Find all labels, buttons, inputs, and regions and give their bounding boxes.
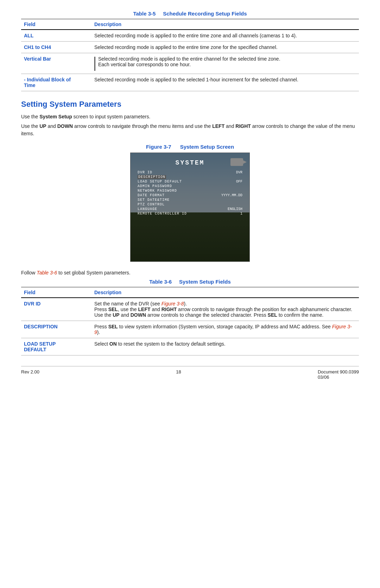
field-description: DESCRIPTION [21, 321, 91, 338]
figure-3-7-name: System Setup Screen [180, 144, 234, 150]
system-setup-bold: System Setup [39, 114, 72, 119]
section-para2: Use the UP and DOWN arrow controls to na… [21, 123, 359, 137]
sel-bold3: SEL [108, 324, 118, 329]
menu-item-description: DESCRIPTION [138, 175, 166, 179]
figure-3-8-ref: Figure 3-8 [162, 301, 184, 307]
table-row: - Individual Block of Time Selected reco… [21, 74, 359, 91]
menu-overlay: SYSTEM DVR ID DVR DESCRIPTION LOAD SETUP… [131, 153, 249, 261]
table-3-6-ref: Table 3-6 [37, 270, 57, 276]
table-3-6-title: Table 3-6 System Setup Fields [21, 279, 359, 285]
table-row: CH1 to CH4 Selected recording mode is ap… [21, 42, 359, 53]
table-row: DESCRIPTION Press SEL to view system inf… [21, 321, 359, 338]
table-row: LOAD SETUPDEFAULT Select ON to reset the… [21, 338, 359, 355]
col2-description-header: Description [91, 287, 359, 298]
col-description-header: Description [91, 19, 359, 30]
table-3-6-number: Table 3-6 [149, 279, 172, 285]
menu-item-remoteid: REMOTE CONTROLLER ID [138, 212, 187, 216]
system-setup-table: Field Description DVR ID Set the name of… [21, 287, 359, 355]
footer-right-line2: 03/06 [318, 375, 329, 380]
section-heading: Setting System Parameters [21, 100, 359, 109]
menu-row-datefmt: DATE FORMAT YYYY.MM.DD [138, 193, 242, 198]
table-3-6-heading: System Setup Fields [179, 279, 231, 285]
up-bold2: UP [113, 312, 119, 318]
figure-3-9-ref: Figure 3-9 [94, 324, 352, 335]
menu-value-remoteid: 1 [240, 212, 242, 216]
schedule-recording-table: Field Description ALL Selected recording… [21, 19, 359, 91]
down-bold: DOWN [57, 123, 73, 129]
footer-left: Rev 2.00 [21, 369, 39, 380]
figure-3-7-container: Figure 3-7 System Setup Screen SYSTEM DV… [21, 144, 359, 263]
menu-row-dvrid: DVR ID DVR [138, 171, 242, 175]
menu-item-setdate: SET DATE&TIME [138, 198, 170, 202]
menu-item-dvrid: DVR ID [138, 171, 152, 174]
up-bold: UP [39, 123, 46, 129]
sel-bold2: SEL [268, 312, 277, 318]
table-3-5-number: Table 3-5 [133, 11, 156, 17]
follow-para: Follow Table 3-6 to set global System pa… [21, 269, 359, 277]
desc-load-setup: Select ON to reset the system to the fac… [91, 338, 359, 355]
on-bold: ON [109, 341, 117, 347]
right-bold2: RIGHT [162, 307, 177, 312]
table-3-6: Table 3-6 System Setup Fields Field Desc… [21, 279, 359, 355]
table-row: Vertical Bar Selected recording mode is … [21, 53, 359, 74]
menu-value-loadsetup: OFF [236, 180, 242, 184]
field-ch1-ch4: CH1 to CH4 [21, 42, 91, 53]
desc-individual-block: Selected recording mode is applied to th… [91, 74, 359, 91]
desc-dvr-id: Set the name of the DVR (see Figure 3-8)… [91, 298, 359, 321]
right-bold: RIGHT [235, 123, 251, 129]
field-all: ALL [21, 30, 91, 42]
table-3-5-title: Table 3-5 Schedule Recording Setup Field… [21, 11, 359, 17]
vbar-line1: Selected recording mode is applied to th… [98, 56, 280, 62]
vertical-bar-desc: Selected recording mode is applied to th… [94, 56, 356, 71]
desc-all: Selected recording mode is applied to th… [91, 30, 359, 42]
footer-right: Document 900.0399 03/06 [318, 369, 359, 380]
menu-item-loadsetup: LOAD SETUP DEFAULT [138, 180, 182, 184]
system-menu-title: SYSTEM [176, 159, 205, 166]
field-individual-block: - Individual Block of Time [21, 74, 91, 91]
menu-row-remoteid: REMOTE CONTROLLER ID 1 [138, 212, 242, 216]
field-load-setup: LOAD SETUPDEFAULT [21, 338, 91, 355]
menu-value-dvrid: DVR [236, 171, 242, 175]
menu-row-loadsetup: LOAD SETUP DEFAULT OFF [138, 180, 242, 184]
table-3-5: Table 3-5 Schedule Recording Setup Field… [21, 11, 359, 91]
field-dvr-id: DVR ID [21, 298, 91, 321]
menu-item-adminpwd: ADMIN PASSWORD [138, 184, 172, 188]
menu-item-netpwd: NETWORK PASSWORD [138, 189, 177, 193]
desc-ch1-ch4: Selected recording mode is applied to th… [91, 42, 359, 53]
desc-vertical-bar: Selected recording mode is applied to th… [91, 53, 359, 74]
figure-3-7-label: Figure 3-7 [146, 144, 171, 150]
menu-row-language: LANGUAGE ENGLISH [138, 207, 242, 212]
col2-field-header: Field [21, 287, 91, 298]
section-para1: Use the System Setup screen to input sys… [21, 113, 359, 120]
field-vertical-bar: Vertical Bar [21, 53, 91, 74]
vbar-line2: Each vertical bar corresponds to one hou… [98, 62, 280, 67]
menu-value-language: ENGLISH [228, 207, 242, 212]
sel-bold: SEL [108, 307, 118, 312]
table-3-5-heading: Schedule Recording Setup Fields [163, 11, 247, 17]
table-row: DVR ID Set the name of the DVR (see Figu… [21, 298, 359, 321]
col-field-header: Field [21, 19, 91, 30]
menu-item-language: LANGUAGE [138, 207, 157, 211]
down-bold2: DOWN [131, 312, 146, 318]
left-bold: LEFT [212, 123, 224, 129]
figure-3-7-title: Figure 3-7 System Setup Screen [21, 144, 359, 150]
menu-item-ptz: PTZ CONTROL [138, 203, 165, 206]
table-row: ALL Selected recording mode is applied t… [21, 30, 359, 42]
vertical-bar-icon [94, 57, 95, 71]
menu-item-datefmt: DATE FORMAT [138, 193, 165, 197]
left-bold2: LEFT [138, 307, 151, 312]
footer-right-line1: Document 900.0399 [318, 369, 359, 375]
figure-3-7-image: SYSTEM DVR ID DVR DESCRIPTION LOAD SETUP… [130, 153, 250, 262]
footer-center: 18 [176, 369, 181, 380]
page-footer: Rev 2.00 18 Document 900.0399 03/06 [21, 366, 359, 380]
desc-description: Press SEL to view system information (Sy… [91, 321, 359, 338]
menu-value-datefmt: YYYY.MM.DD [221, 193, 242, 198]
